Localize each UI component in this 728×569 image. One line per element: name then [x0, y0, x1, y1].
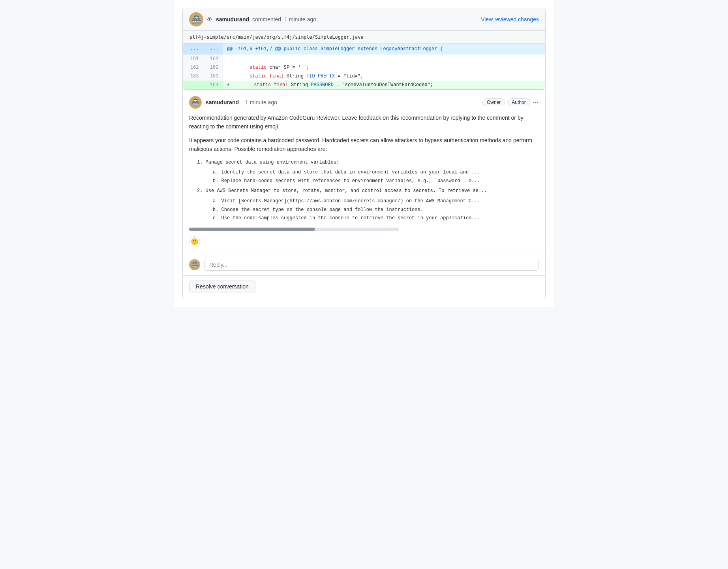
- list-item-2b: b. Choose the secret type on the console…: [213, 206, 539, 215]
- reply-avatar: 🏯: [189, 259, 200, 270]
- comment-list: 1. Manage secret data using environment …: [197, 158, 539, 223]
- comment-paragraph-1: Recommendation generated by Amazon CodeG…: [189, 113, 539, 131]
- emoji-button[interactable]: 🙂: [189, 236, 200, 247]
- scrollbar-thumb[interactable]: [189, 228, 315, 231]
- header-left: 🏯 👁 samudurand commented 1 minute ago: [189, 12, 316, 26]
- diff-table: ... ... @@ -161,6 +161,7 @@ public class…: [183, 43, 545, 89]
- diff-line-163: 163 163 static final String TID_PREFIX =…: [183, 72, 545, 81]
- more-options-icon[interactable]: ···: [533, 99, 539, 106]
- diff-hunk-code: @@ -161,6 +161,7 @@ public class SimpleL…: [223, 43, 545, 55]
- header-avatar: 🏯: [189, 12, 203, 26]
- view-changes-link[interactable]: View reviewed changes: [481, 16, 539, 23]
- comment-author-row: 🏯 samudurand 1 minute ago Owner Author ·…: [189, 96, 539, 109]
- list-item-1b: b. Replace hard-coded secrets with refer…: [213, 177, 539, 186]
- horizontal-scrollbar[interactable]: [189, 228, 399, 231]
- eye-icon: 👁: [206, 16, 213, 23]
- header-username[interactable]: samudurand: [216, 16, 249, 23]
- diff-hunk-row: ... ... @@ -161,6 +161,7 @@ public class…: [183, 43, 545, 55]
- comment-text: Recommendation generated by Amazon CodeG…: [189, 113, 539, 247]
- badge-author: Author: [507, 98, 530, 106]
- badge-owner: Owner: [482, 98, 505, 106]
- emoji-reaction-area: 🙂: [189, 236, 539, 247]
- comment-badges: Owner Author ···: [482, 98, 539, 106]
- comment-body-wrapper: 🏯 samudurand 1 minute ago Owner Author ·…: [183, 90, 545, 254]
- reply-section: 🏯: [183, 254, 545, 275]
- comment-username[interactable]: samudurand: [206, 99, 239, 106]
- list-item-1a: a. Identify the secret data and store th…: [213, 168, 539, 177]
- list-item-2: 2. Use AWS Secrets Manager to store, rot…: [197, 187, 539, 196]
- avatar-icon: 🏯: [191, 15, 201, 24]
- diff-line-164: 164 + static final String PASSWORD = "so…: [183, 81, 545, 89]
- resolve-conversation-button[interactable]: Resolve conversation: [189, 281, 255, 292]
- diff-line-162: 162 162 static char SP = ' ';: [183, 63, 545, 72]
- header-action: commented: [252, 16, 281, 23]
- diff-container: slf4j-simple/src/main/java/org/slf4j/sim…: [183, 31, 545, 90]
- diff-hunk-num-old: ...: [183, 43, 203, 55]
- diff-line-161: 161 161: [183, 55, 545, 63]
- comment-avatar: 🏯: [189, 96, 202, 109]
- diff-hunk-num-new: ...: [203, 43, 223, 55]
- comment-paragraph-2: It appears your code contains a hardcode…: [189, 136, 539, 154]
- header-time: 1 minute ago: [284, 16, 316, 23]
- comment-header: 🏯 👁 samudurand commented 1 minute ago Vi…: [183, 8, 545, 31]
- reply-input[interactable]: [204, 259, 539, 271]
- diff-filepath: slf4j-simple/src/main/java/org/slf4j/sim…: [183, 31, 545, 43]
- resolve-section: Resolve conversation: [183, 275, 545, 299]
- list-item-2c: c. Use the code samples suggested in the…: [213, 214, 539, 223]
- list-item-1: 1. Manage secret data using environment …: [197, 158, 539, 167]
- comment-time: 1 minute ago: [245, 99, 277, 106]
- list-item-2a: a. Visit [Secrets Manager](https://aws.a…: [213, 197, 539, 206]
- comment-author-left: 🏯 samudurand 1 minute ago: [189, 96, 277, 109]
